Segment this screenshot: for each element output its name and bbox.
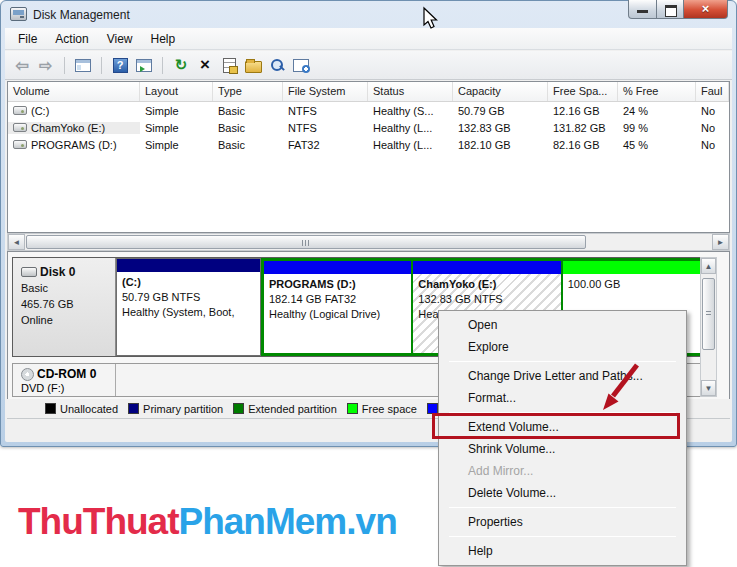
watermark-part1: ThuThuat	[18, 501, 179, 542]
column-header-volume[interactable]: Volume	[8, 82, 140, 101]
cell: No	[696, 122, 729, 134]
help-icon[interactable]: ?	[111, 56, 129, 74]
partition-status: Healthy (System, Boot,	[122, 305, 255, 320]
color-swatch	[45, 403, 56, 414]
cell: 182.10 GB	[453, 139, 548, 151]
cell: 99 %	[618, 122, 696, 134]
watermark-part2: PhanMem.vn	[179, 501, 397, 542]
menu-item-explore[interactable]: Explore	[439, 336, 686, 358]
partition-status: Healthy (Logical Drive)	[269, 307, 406, 322]
cell: Simple	[140, 122, 213, 134]
delete-icon[interactable]: ×	[196, 56, 214, 74]
menu-item-properties[interactable]: Properties	[439, 511, 686, 533]
cell: 45 %	[618, 139, 696, 151]
show-console-tree-icon[interactable]	[74, 56, 92, 74]
refresh-icon[interactable]: ↻	[172, 56, 190, 74]
scrollbar-thumb[interactable]	[26, 235, 586, 249]
menu-item-change-drive-letter[interactable]: Change Drive Letter and Paths...	[439, 365, 686, 387]
drive-icon	[13, 123, 27, 132]
cell: 50.79 GB	[453, 105, 548, 117]
menu-file[interactable]: File	[9, 29, 46, 49]
primary-partition-band	[117, 259, 260, 272]
app-icon	[10, 7, 27, 21]
open-folder-icon[interactable]	[244, 56, 262, 74]
menu-item-shrink-volume[interactable]: Shrink Volume...	[439, 438, 686, 460]
partition-c[interactable]: (C:) 50.79 GB NTFS Healthy (System, Boot…	[116, 258, 261, 356]
cell: No	[696, 139, 729, 151]
properties-icon[interactable]	[220, 56, 238, 74]
color-swatch	[128, 403, 139, 414]
table-row-c[interactable]: (C:) Simple Basic NTFS Healthy (S... 50.…	[8, 102, 729, 119]
color-swatch	[347, 403, 358, 414]
menu-item-delete-volume[interactable]: Delete Volume...	[439, 482, 686, 504]
minimize-button[interactable]	[628, 0, 657, 19]
column-header-type[interactable]: Type	[213, 82, 283, 101]
column-header-fault-tolerance[interactable]: Faul	[696, 82, 729, 101]
restore-button[interactable]	[657, 0, 684, 19]
cdrom-panel[interactable]: CD-ROM 0 DVD (F:)	[13, 364, 116, 396]
hard-disk-icon	[21, 267, 37, 277]
column-header-filesystem[interactable]: File System	[283, 82, 368, 101]
settings-icon[interactable]	[292, 56, 310, 74]
scroll-down-icon[interactable]: ▼	[701, 380, 716, 396]
volume-name: (C:)	[31, 105, 49, 117]
column-header-percent-free[interactable]: % Free	[618, 82, 696, 101]
menu-item-format[interactable]: Format...	[439, 387, 686, 409]
drive-icon	[13, 106, 27, 115]
cell: 82.16 GB	[548, 139, 618, 151]
menu-action[interactable]: Action	[46, 29, 97, 49]
partition-name: PROGRAMS (D:)	[269, 277, 406, 292]
partition-size: 182.14 GB FAT32	[269, 292, 406, 307]
context-menu: Open Explore Change Drive Letter and Pat…	[438, 310, 687, 566]
disk-0-panel[interactable]: Disk 0 Basic 465.76 GB Online	[13, 258, 116, 356]
cell: Basic	[213, 105, 283, 117]
logical-drive-band	[264, 261, 411, 274]
vertical-scrollbar[interactable]: ▲ ▼	[700, 257, 717, 397]
volume-name: PROGRAMS (D:)	[31, 139, 117, 151]
column-header-layout[interactable]: Layout	[140, 82, 213, 101]
menu-help[interactable]: Help	[142, 29, 185, 49]
menu-view[interactable]: View	[98, 29, 142, 49]
legend-free-space: Free space	[347, 403, 417, 415]
scrollbar-thumb[interactable]	[702, 278, 715, 350]
free-space-band	[563, 261, 710, 274]
column-header-capacity[interactable]: Capacity	[453, 82, 548, 101]
close-button[interactable]: ×	[684, 0, 728, 19]
scroll-up-icon[interactable]: ▲	[701, 258, 716, 274]
forward-icon[interactable]: ⇨	[37, 56, 55, 74]
legend-extended-partition: Extended partition	[233, 403, 337, 415]
menu-item-extend-volume[interactable]: Extend Volume...	[439, 416, 686, 438]
show-action-pane-icon[interactable]	[135, 56, 153, 74]
find-icon[interactable]	[268, 56, 286, 74]
title-bar[interactable]: Disk Management ×	[1, 1, 736, 28]
cdrom-name: CD-ROM 0	[37, 367, 96, 381]
scroll-left-icon[interactable]: ◄	[8, 234, 25, 250]
horizontal-scrollbar[interactable]: ◄ ►	[7, 233, 730, 251]
cell: Simple	[140, 105, 213, 117]
cd-icon	[21, 368, 34, 381]
legend-unallocated: Unallocated	[45, 403, 118, 415]
disk-size: 465.76 GB	[21, 296, 115, 312]
cell: Simple	[140, 139, 213, 151]
cell: 24 %	[618, 105, 696, 117]
table-header: Volume Layout Type File System Status Ca…	[8, 82, 729, 102]
disk-status: Online	[21, 312, 115, 328]
cell: 131.82 GB	[548, 122, 618, 134]
menu-item-help[interactable]: Help	[439, 540, 686, 562]
menu-separator	[449, 536, 676, 537]
cell: Healthy (S...	[368, 105, 453, 117]
column-header-status[interactable]: Status	[368, 82, 453, 101]
partition-size: 132.83 GB NTFS	[418, 292, 555, 307]
partition-programs[interactable]: PROGRAMS (D:) 182.14 GB FAT32 Healthy (L…	[264, 261, 411, 353]
menu-item-open[interactable]: Open	[439, 314, 686, 336]
cell: Basic	[213, 139, 283, 151]
column-header-freespace[interactable]: Free Spa...	[548, 82, 618, 101]
table-row-programs[interactable]: PROGRAMS (D:) Simple Basic FAT32 Healthy…	[8, 136, 729, 153]
color-swatch	[233, 403, 244, 414]
scroll-right-icon[interactable]: ►	[712, 234, 729, 250]
window-title: Disk Management	[33, 8, 130, 22]
table-row-chamyoko[interactable]: ChamYoko (E:) Simple Basic NTFS Healthy …	[8, 119, 729, 136]
partition-name: (C:)	[122, 275, 255, 290]
cell: 132.83 GB	[453, 122, 548, 134]
back-icon[interactable]: ⇦	[13, 56, 31, 74]
